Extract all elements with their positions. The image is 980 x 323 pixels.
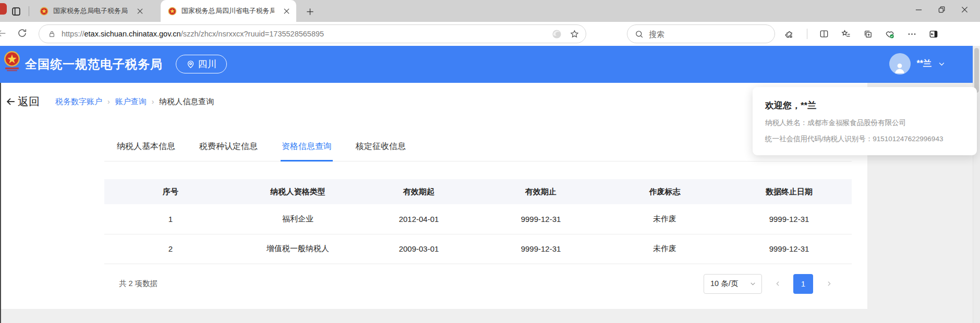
back-link[interactable]: 返回 [5, 94, 40, 109]
tab-title: 国家税务总局电子税务局 [53, 6, 128, 16]
col-有效期起: 有效期起 [359, 179, 479, 204]
page-content: 返回 税务数字账户 › 账户查询 › 纳税人信息查询 纳税人基本信息 税费种认定… [0, 83, 867, 309]
next-page-button[interactable] [821, 277, 836, 291]
page-body: 返回 税务数字账户 › 账户查询 › 纳税人信息查询 纳税人基本信息 税费种认定… [0, 83, 980, 323]
site-title: 全国统一规范电子税务局 [25, 56, 163, 72]
breadcrumb-link-2[interactable]: 账户查询 [115, 97, 147, 107]
minimize-button[interactable] [907, 0, 930, 19]
chevron-left-icon [775, 280, 781, 287]
address-bar[interactable]: https://etax.sichuan.chinatax.gov.cn/szz… [39, 24, 586, 43]
favorites-list-icon [841, 29, 851, 39]
close-icon [961, 6, 968, 13]
tab-taxpayer-basic-info[interactable]: 纳税人基本信息 [116, 135, 176, 162]
cell: 9999-12-31 [479, 204, 603, 234]
content-tabs: 纳税人基本信息 税费种认定信息 资格信息查询 核定征收信息 [104, 135, 852, 162]
col-有效期止: 有效期止 [479, 179, 603, 204]
table-row: 2 增值税一般纳税人 2009-03-01 9999-12-31 未作废 999… [104, 234, 852, 264]
more-dots-icon [907, 29, 917, 39]
page-size-select[interactable]: 10 条/页 [704, 274, 762, 294]
site-header: 全国统一规范电子税务局 四川 **兰 [0, 46, 980, 83]
total-count-label: 共 2 项数据 [119, 279, 158, 289]
breadcrumb-link-1[interactable]: 税务数字账户 [55, 97, 102, 107]
url-text: https://etax.sichuan.chinatax.gov.cn/szz… [62, 30, 551, 38]
extensions-button[interactable] [785, 29, 795, 39]
window-left-edge [0, 83, 1, 323]
refresh-icon [17, 28, 28, 39]
sidebar-panel-icon [928, 29, 939, 40]
welcome-dropdown-card: 欢迎您，**兰 纳税人姓名：成都市金福猴食品股份有限公司 统一社会信用代码/纳税… [753, 87, 977, 155]
url-path: /szzh/zhcx/nsrxxcx?ruuid=1735528565895 [181, 30, 324, 38]
refresh-button[interactable] [17, 28, 29, 40]
browser-tab-2-active[interactable]: 国家税务总局四川省电子税务局 [161, 0, 296, 22]
tab-qualification-info[interactable]: 资格信息查询 [281, 135, 333, 162]
vertical-tabs-icon [10, 6, 22, 17]
toolbar-separator [807, 29, 807, 39]
browser-toolbar: https://etax.sichuan.chinatax.gov.cn/szz… [0, 22, 980, 46]
tab-tax-type-info[interactable]: 税费种认定信息 [198, 135, 259, 162]
favorite-star-icon[interactable] [569, 29, 579, 39]
browser-essentials-button[interactable] [885, 29, 895, 39]
back-arrow-icon [5, 96, 17, 107]
page-number-1[interactable]: 1 [793, 274, 813, 294]
browser-essentials-icon [885, 29, 895, 40]
tab-assessed-collection-info[interactable]: 核定征收信息 [355, 135, 407, 162]
avatar [889, 53, 911, 74]
person-icon [893, 61, 906, 74]
tab-title: 国家税务总局四川省电子税务局 [182, 6, 275, 16]
back-arrow-icon [0, 28, 7, 39]
region-label: 四川 [198, 58, 217, 70]
pagination: 共 2 项数据 10 条/页 1 [104, 274, 852, 294]
tab-close-icon[interactable] [135, 6, 144, 16]
tax-emblem-icon [168, 7, 177, 16]
back-button[interactable] [0, 28, 8, 40]
cell: 9999-12-31 [727, 234, 852, 264]
split-screen-icon [819, 29, 829, 39]
breadcrumb-separator: › [152, 97, 154, 106]
chevron-right-icon [826, 280, 832, 287]
user-menu[interactable]: **兰 [889, 53, 946, 74]
search-box[interactable] [627, 24, 775, 43]
collections-button[interactable] [863, 29, 873, 39]
col-数据终止日期: 数据终止日期 [727, 179, 852, 204]
settings-more-button[interactable] [906, 29, 917, 39]
cell: 福利企业 [237, 204, 359, 234]
col-纳税人资格类型: 纳税人资格类型 [237, 179, 359, 204]
new-tab-button[interactable] [304, 5, 316, 18]
collections-icon [863, 29, 873, 39]
minimize-icon [915, 6, 922, 13]
back-label: 返回 [18, 94, 40, 109]
national-emblem-logo [4, 51, 20, 72]
cell: 未作废 [603, 234, 727, 264]
close-window-button[interactable] [953, 0, 976, 19]
window-controls [907, 0, 976, 19]
browser-window: 国家税务总局电子税务局 国家税务总局四川省电子税务局 [0, 0, 980, 323]
region-selector[interactable]: 四川 [176, 55, 227, 73]
browser-tab-1[interactable]: 国家税务总局电子税务局 [32, 0, 161, 22]
search-icon [635, 30, 644, 39]
breadcrumb-current: 纳税人信息查询 [159, 97, 214, 107]
restore-button[interactable] [930, 0, 953, 19]
vertical-tabs-button[interactable] [9, 5, 23, 18]
tab-separator [29, 6, 29, 16]
search-input[interactable] [649, 30, 743, 39]
chevron-down-icon [749, 280, 756, 287]
table-row: 1 福利企业 2012-04-01 9999-12-31 未作废 9999-12… [104, 204, 852, 234]
plus-icon [306, 8, 314, 16]
credit-code-line: 统一社会信用代码/纳税人识别号：915101247622996943 [765, 134, 977, 144]
sidebar-toggle-button[interactable] [928, 29, 939, 39]
puzzle-icon [785, 29, 795, 39]
favorites-button[interactable] [841, 29, 851, 39]
cell: 9999-12-31 [727, 204, 852, 234]
edge-logo-icon[interactable] [551, 29, 562, 39]
cell: 2012-04-01 [359, 204, 479, 234]
url-host: etax.sichuan.chinatax.gov.cn [84, 30, 181, 38]
chevron-down-icon [938, 60, 946, 68]
query-card: 纳税人基本信息 税费种认定信息 资格信息查询 核定征收信息 序号 纳税人资格类型 [104, 135, 852, 294]
browser-tab-bar: 国家税务总局电子税务局 国家税务总局四川省电子税务局 [0, 0, 980, 22]
url-scheme: https:// [62, 30, 84, 38]
prev-page-button[interactable] [770, 277, 785, 291]
scrollbar-thumb[interactable] [974, 48, 979, 93]
split-screen-button[interactable] [819, 29, 829, 39]
breadcrumb: 返回 税务数字账户 › 账户查询 › 纳税人信息查询 [5, 94, 214, 109]
tab-close-icon[interactable] [282, 6, 291, 16]
